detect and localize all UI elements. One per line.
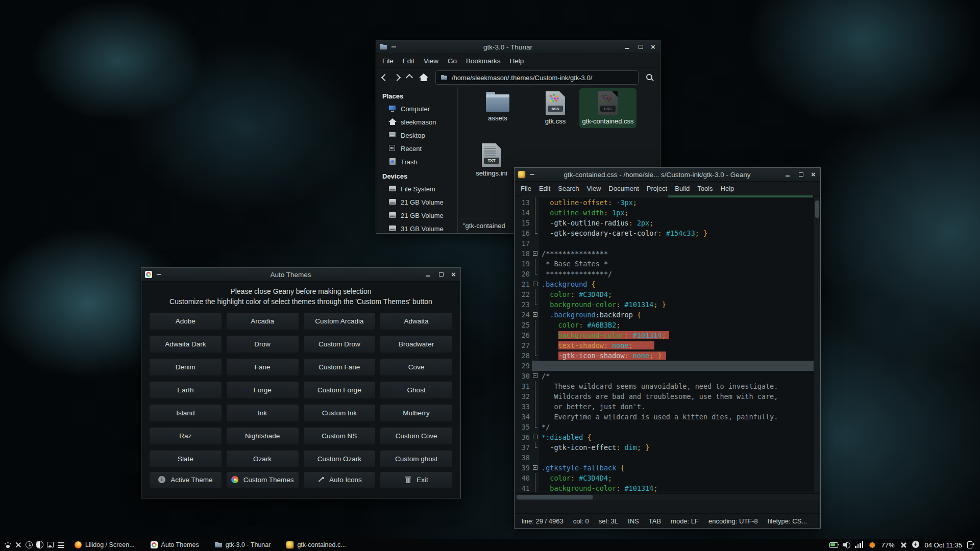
action-button[interactable]: Exit	[380, 472, 452, 488]
sidebar-item[interactable]: 21 GB Volume	[381, 195, 457, 209]
code-line[interactable]: 25 color: #A6B3B2;	[514, 320, 820, 330]
code-line[interactable]: 35*/	[514, 422, 820, 432]
menu-item[interactable]: File	[521, 185, 531, 192]
theme-button[interactable]: Custom Drow	[304, 336, 376, 353]
theme-button[interactable]: Custom Forge	[304, 382, 376, 398]
code-line[interactable]: 13 outline-offset: -3px;	[514, 197, 820, 208]
contrast-icon[interactable]	[36, 541, 44, 549]
volume-icon[interactable]	[842, 541, 850, 549]
code-line[interactable]: 38	[514, 453, 820, 463]
taskbar-task[interactable]: gtk-3.0 - Thunar	[214, 541, 271, 549]
minimize-button[interactable]	[425, 271, 431, 278]
menu-item[interactable]: Build	[675, 185, 690, 192]
fold-toggle-icon[interactable]	[532, 248, 539, 259]
close-button[interactable]	[451, 271, 457, 278]
code-line[interactable]: 31 These wildcard seems unavoidable, nee…	[514, 381, 820, 391]
theme-button[interactable]: Custom Fane	[304, 359, 376, 375]
menu-item[interactable]: Help	[721, 185, 734, 192]
code-line[interactable]: 14 outline-width: 1px;	[514, 208, 820, 218]
sidebar-item[interactable]: Trash	[381, 155, 457, 168]
menu-item[interactable]: View	[587, 185, 601, 192]
code-line[interactable]: 30/*	[514, 371, 820, 381]
menu-item[interactable]: Edit	[539, 185, 550, 192]
theme-button[interactable]: Nightshade	[227, 428, 299, 444]
code-line[interactable]: 41 background-color: #101314;	[514, 483, 820, 492]
theme-button[interactable]: Fane	[227, 359, 299, 375]
action-button[interactable]: Auto Icons	[304, 472, 376, 488]
action-button[interactable]: Custom Themes	[227, 472, 299, 488]
menu-item[interactable]: File	[382, 57, 394, 65]
theme-button[interactable]: Adobe	[150, 313, 222, 330]
file-item[interactable]: cssgtk-contained.css	[579, 88, 636, 128]
theme-button[interactable]: Ozark	[227, 450, 299, 467]
fold-toggle-icon[interactable]	[532, 463, 539, 473]
code-line[interactable]: 21.background {	[514, 279, 820, 289]
logout-icon[interactable]	[967, 541, 975, 549]
theme-button[interactable]: Custom NS	[304, 428, 376, 444]
menu-item[interactable]: Edit	[403, 57, 414, 65]
expand-icon[interactable]	[14, 541, 22, 549]
battery-icon[interactable]	[829, 541, 838, 549]
search-icon[interactable]	[646, 73, 654, 82]
sidebar-item[interactable]: 21 GB Volume	[381, 209, 457, 222]
close-button[interactable]	[651, 44, 657, 50]
sidebar-item[interactable]: Computer	[381, 102, 457, 115]
sidebar-item[interactable]: sleekmason	[381, 115, 457, 129]
minimize-button[interactable]	[785, 171, 791, 178]
code-line[interactable]: 39.gtkstyle-fallback {	[514, 463, 820, 473]
home-button[interactable]	[419, 73, 428, 82]
scrollbar-thumb[interactable]	[815, 201, 819, 218]
theme-button[interactable]: Adwaita	[380, 313, 452, 330]
close-button[interactable]	[811, 171, 817, 178]
maximize-button[interactable]	[638, 44, 644, 50]
code-line[interactable]: 27 text-shadow: none;	[514, 340, 820, 350]
menu-item[interactable]: Project	[647, 185, 667, 192]
thunar-titlebar[interactable]: gtk-3.0 - Thunar	[376, 40, 660, 54]
code-line[interactable]: 26 background-color: #101314;	[514, 330, 820, 340]
taskbar-task[interactable]: Auto Themes	[150, 541, 199, 549]
code-line[interactable]: 32 Wildcards are bad and troublesome, us…	[514, 391, 820, 402]
code-line[interactable]: 15 -gtk-outline-radius: 2px;	[514, 218, 820, 228]
file-item[interactable]: cssgtk.css	[530, 91, 581, 125]
code-line[interactable]: 33 or better, just don't.	[514, 402, 820, 412]
file-item[interactable]: assets	[472, 91, 523, 122]
download-icon[interactable]	[25, 541, 33, 549]
theme-button[interactable]: Arcadia	[227, 313, 299, 330]
sidebar-item[interactable]: File System	[381, 182, 457, 195]
minimize-button[interactable]	[624, 44, 630, 50]
theme-button[interactable]: Forge	[227, 382, 299, 398]
theme-button[interactable]: Denim	[150, 359, 222, 375]
starburst-icon[interactable]	[868, 541, 876, 549]
menu-item[interactable]: Help	[510, 57, 524, 65]
theme-button[interactable]: Adwaita Dark	[150, 336, 222, 353]
code-line[interactable]: 29	[514, 361, 820, 371]
theme-button[interactable]: Slate	[150, 450, 222, 467]
theme-button[interactable]: Custom Arcadia	[304, 313, 376, 330]
taskbar-task[interactable]: gtk-contained.c...	[286, 541, 346, 549]
fold-toggle-icon[interactable]	[532, 279, 539, 289]
signal-icon[interactable]	[855, 541, 864, 548]
theme-button[interactable]: Custom Ozark	[304, 450, 376, 467]
menu-item[interactable]: View	[424, 57, 438, 65]
action-button[interactable]: Active Theme	[150, 472, 222, 488]
theme-button[interactable]: Custom Cove	[380, 428, 452, 444]
sidebar-item[interactable]: 31 GB Volume	[381, 222, 457, 233]
list-icon[interactable]	[57, 541, 65, 549]
theme-button[interactable]: Broadwater	[380, 336, 452, 353]
sidebar-item[interactable]: Desktop	[381, 129, 457, 142]
geany-titlebar[interactable]: gtk-contained.css - /home/sle... s/Custo…	[514, 168, 820, 182]
code-line[interactable]: 36*:disabled {	[514, 432, 820, 442]
code-line[interactable]: 20 ***************/	[514, 269, 820, 279]
fold-toggle-icon[interactable]	[532, 371, 539, 381]
code-line[interactable]: 28 -gtk-icon-shadow: none; }	[514, 350, 820, 361]
theme-button[interactable]: Ghost	[380, 382, 452, 398]
scrollbar-thumb[interactable]	[517, 495, 593, 499]
fold-toggle-icon[interactable]	[532, 310, 539, 320]
theme-button[interactable]: Custom ghost	[380, 450, 452, 467]
forward-button[interactable]	[394, 74, 401, 81]
code-line[interactable]: 40 color: #C3D4D4;	[514, 473, 820, 483]
path-bar[interactable]: /home/sleekmason/.themes/Custom-ink/gtk-…	[435, 70, 639, 85]
maximize-button[interactable]	[798, 171, 804, 178]
menu-item[interactable]: Bookmarks	[466, 57, 501, 65]
menu-item[interactable]: Tools	[697, 185, 713, 192]
